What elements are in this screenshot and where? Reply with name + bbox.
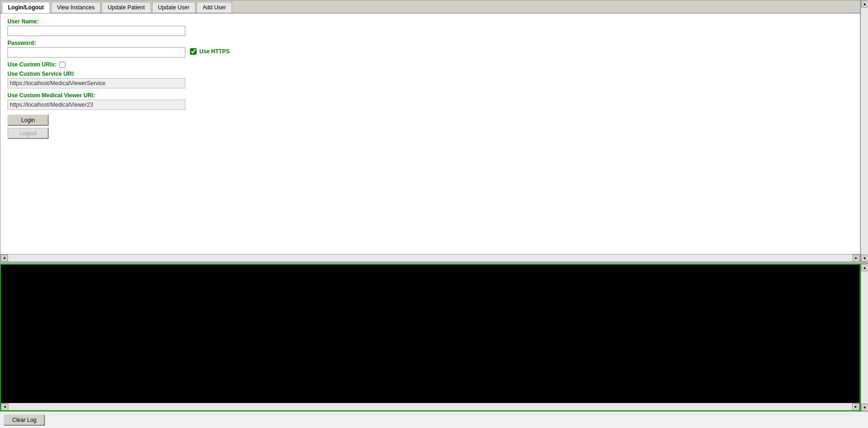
- logout-button[interactable]: Logout: [7, 128, 49, 139]
- viewer-uri-group: Use Custom Medical Viewer URI:: [7, 92, 853, 110]
- login-button[interactable]: Login: [7, 115, 49, 126]
- log-content[interactable]: [1, 265, 860, 403]
- log-h-scrollbar: ◄ ►: [1, 403, 860, 410]
- log-v-scroll-track[interactable]: [861, 271, 868, 404]
- service-uri-group: Use Custom Service URI:: [7, 71, 853, 88]
- custom-uris-label: Use Custom URIs:: [7, 61, 57, 68]
- top-v-scroll-track[interactable]: [861, 7, 868, 254]
- app-container: Login/Logout View Instances Update Patie…: [0, 0, 868, 428]
- arrow-down-icon: ▼: [863, 256, 867, 261]
- arrow-left-icon: ◄: [2, 256, 6, 260]
- tab-view-instances[interactable]: View Instances: [51, 2, 101, 13]
- top-panel: Login/Logout View Instances Update Patie…: [0, 0, 861, 262]
- log-v-scrollbar: ▲ ▼: [861, 264, 868, 411]
- service-uri-label: Use Custom Service URI:: [7, 71, 853, 77]
- tab-bar: Login/Logout View Instances Update Patie…: [0, 0, 860, 14]
- button-row: Login Logout: [7, 115, 853, 139]
- arrow-right-icon: ►: [854, 256, 858, 260]
- password-group: Password: Use HTTPS: [7, 40, 853, 58]
- log-scroll-left[interactable]: ◄: [1, 403, 8, 411]
- arrow-up-icon: ▲: [863, 2, 867, 6]
- log-arrow-up-icon: ▲: [863, 266, 867, 270]
- log-scroll-right[interactable]: ►: [852, 403, 860, 411]
- top-scroll-right[interactable]: ►: [853, 254, 860, 262]
- content-area: User Name: Password: Use HTTPS: [0, 14, 860, 254]
- service-uri-input[interactable]: [7, 78, 185, 88]
- top-scroll-up[interactable]: ▲: [861, 0, 868, 7]
- viewer-uri-input[interactable]: [7, 100, 185, 110]
- tab-add-user[interactable]: Add User: [197, 2, 232, 13]
- log-arrow-right-icon: ►: [854, 405, 858, 409]
- use-https-label: Use HTTPS: [199, 48, 230, 55]
- tab-update-user[interactable]: Update User: [152, 2, 196, 13]
- top-panel-wrapper: Login/Logout View Instances Update Patie…: [0, 0, 868, 262]
- log-scroll-up[interactable]: ▲: [861, 264, 868, 271]
- log-panel: ◄ ►: [0, 264, 861, 411]
- username-input[interactable]: [7, 26, 185, 36]
- log-panel-wrapper: ◄ ► ▲ ▼: [0, 264, 868, 411]
- username-group: User Name:: [7, 18, 853, 36]
- log-arrow-left-icon: ◄: [3, 405, 7, 409]
- password-input[interactable]: [7, 47, 185, 58]
- viewer-uri-label: Use Custom Medical Viewer URI:: [7, 92, 853, 99]
- log-scroll-track[interactable]: [8, 403, 852, 410]
- clear-log-button[interactable]: Clear Log: [4, 414, 45, 426]
- use-https-checkbox[interactable]: [190, 48, 197, 55]
- top-h-scrollbar: ◄ ►: [0, 254, 860, 261]
- top-scroll-left[interactable]: ◄: [0, 254, 8, 262]
- username-label: User Name:: [7, 18, 853, 25]
- tab-update-patient[interactable]: Update Patient: [102, 2, 151, 13]
- tab-login-logout[interactable]: Login/Logout: [2, 2, 50, 13]
- password-label: Password:: [7, 40, 185, 46]
- use-custom-uris-checkbox[interactable]: [59, 62, 66, 68]
- log-scroll-down[interactable]: ▼: [861, 404, 868, 411]
- top-scroll-track[interactable]: [8, 254, 853, 261]
- bottom-bar: Clear Log: [0, 411, 868, 428]
- custom-uris-row: Use Custom URIs:: [7, 61, 853, 68]
- top-v-scrollbar: ▲ ▼: [861, 0, 868, 262]
- top-scroll-down[interactable]: ▼: [861, 254, 868, 262]
- log-arrow-down-icon: ▼: [863, 406, 867, 410]
